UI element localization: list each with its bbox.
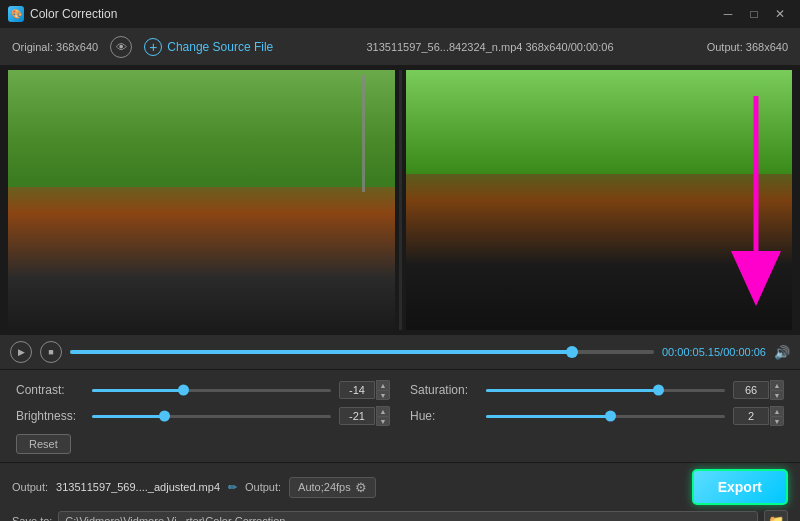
eye-icon: 👁 — [116, 41, 127, 53]
controls-area: Contrast: ▲ ▼ Saturation: ▲ ▼ — [0, 370, 800, 462]
browse-folder-button[interactable]: 📁 — [764, 510, 788, 521]
stop-icon: ■ — [48, 347, 53, 357]
add-circle-icon: + — [144, 38, 162, 56]
titlebar: 🎨 Color Correction ─ □ ✕ — [0, 0, 800, 28]
brightness-control: Brightness: ▲ ▼ — [16, 406, 390, 426]
app-title: Color Correction — [30, 7, 710, 21]
stop-button[interactable]: ■ — [40, 341, 62, 363]
contrast-slider[interactable] — [92, 389, 331, 392]
contrast-increment[interactable]: ▲ — [376, 380, 390, 390]
preview-area — [0, 66, 800, 334]
saturation-spinners: ▲ ▼ — [770, 380, 784, 400]
saturation-value-group: ▲ ▼ — [733, 380, 784, 400]
window-controls: ─ □ ✕ — [716, 4, 792, 24]
contrast-input[interactable] — [339, 381, 375, 399]
contrast-label: Contrast: — [16, 383, 84, 397]
brightness-decrement[interactable]: ▼ — [376, 416, 390, 426]
contrast-control: Contrast: ▲ ▼ — [16, 380, 390, 400]
seekbar-thumb[interactable] — [566, 346, 578, 358]
play-icon: ▶ — [18, 347, 25, 357]
output-format-label: Output: — [245, 481, 281, 493]
minimize-button[interactable]: ─ — [716, 4, 740, 24]
save-path: C:\Vidmore\Vidmore Vi...rter\Color Corre… — [58, 511, 758, 521]
app-icon: 🎨 — [8, 6, 24, 22]
hue-label: Hue: — [410, 409, 478, 423]
brightness-thumb[interactable] — [159, 411, 170, 422]
hue-control: Hue: ▲ ▼ — [410, 406, 784, 426]
seekbar[interactable] — [70, 350, 654, 354]
save-row: Save to: C:\Vidmore\Vidmore Vi...rter\Co… — [12, 510, 788, 521]
hue-thumb[interactable] — [605, 411, 616, 422]
saturation-input[interactable] — [733, 381, 769, 399]
brightness-increment[interactable]: ▲ — [376, 406, 390, 416]
save-label: Save to: — [12, 515, 52, 521]
output-label: Output: — [12, 481, 48, 493]
toolbar: Original: 368x640 👁 + Change Source File… — [0, 28, 800, 66]
saturation-increment[interactable]: ▲ — [770, 380, 784, 390]
reset-row: Reset — [16, 432, 390, 454]
change-source-label: Change Source File — [167, 40, 273, 54]
output-filename: 313511597_569...._adjusted.mp4 — [56, 481, 220, 493]
contrast-value-group: ▲ ▼ — [339, 380, 390, 400]
hue-input[interactable] — [733, 407, 769, 425]
seekbar-fill — [70, 350, 572, 354]
contrast-thumb[interactable] — [178, 385, 189, 396]
hue-spinners: ▲ ▼ — [770, 406, 784, 426]
reset-button[interactable]: Reset — [16, 434, 71, 454]
bottom-bar: Output: 313511597_569...._adjusted.mp4 ✏… — [0, 462, 800, 521]
hue-decrement[interactable]: ▼ — [770, 416, 784, 426]
export-button[interactable]: Export — [692, 469, 788, 505]
contrast-spinners: ▲ ▼ — [376, 380, 390, 400]
maximize-button[interactable]: □ — [742, 4, 766, 24]
saturation-decrement[interactable]: ▼ — [770, 390, 784, 400]
contrast-decrement[interactable]: ▼ — [376, 390, 390, 400]
original-size-label: Original: 368x640 — [12, 41, 98, 53]
hue-value-group: ▲ ▼ — [733, 406, 784, 426]
output-row: Output: 313511597_569...._adjusted.mp4 ✏… — [12, 469, 788, 505]
output-size-label: Output: 368x640 — [707, 41, 788, 53]
brightness-input[interactable] — [339, 407, 375, 425]
brightness-spinners: ▲ ▼ — [376, 406, 390, 426]
output-format-pill: Auto;24fps ⚙ — [289, 477, 376, 498]
file-info-label: 313511597_56...842324_n.mp4 368x640/00:0… — [285, 41, 694, 53]
preview-eye-button[interactable]: 👁 — [110, 36, 132, 58]
saturation-control: Saturation: ▲ ▼ — [410, 380, 784, 400]
hue-slider[interactable] — [486, 415, 725, 418]
folder-icon: 📁 — [768, 514, 784, 522]
close-button[interactable]: ✕ — [768, 4, 792, 24]
saturation-label: Saturation: — [410, 383, 478, 397]
saturation-slider[interactable] — [486, 389, 725, 392]
volume-icon[interactable]: 🔊 — [774, 345, 790, 360]
brightness-label: Brightness: — [16, 409, 84, 423]
output-format-value: Auto;24fps — [298, 481, 351, 493]
settings-icon[interactable]: ⚙ — [355, 480, 367, 495]
video-panel-right — [406, 70, 793, 330]
saturation-thumb[interactable] — [653, 385, 664, 396]
brightness-value-group: ▲ ▼ — [339, 406, 390, 426]
timeline-area: ▶ ■ 00:00:05.15/00:00:06 🔊 — [0, 334, 800, 370]
video-separator — [399, 70, 402, 330]
time-display: 00:00:05.15/00:00:06 — [662, 346, 766, 358]
hue-increment[interactable]: ▲ — [770, 406, 784, 416]
edit-filename-icon[interactable]: ✏ — [228, 481, 237, 494]
brightness-slider[interactable] — [92, 415, 331, 418]
change-source-button[interactable]: + Change Source File — [144, 38, 273, 56]
video-panel-left — [8, 70, 395, 330]
play-button[interactable]: ▶ — [10, 341, 32, 363]
